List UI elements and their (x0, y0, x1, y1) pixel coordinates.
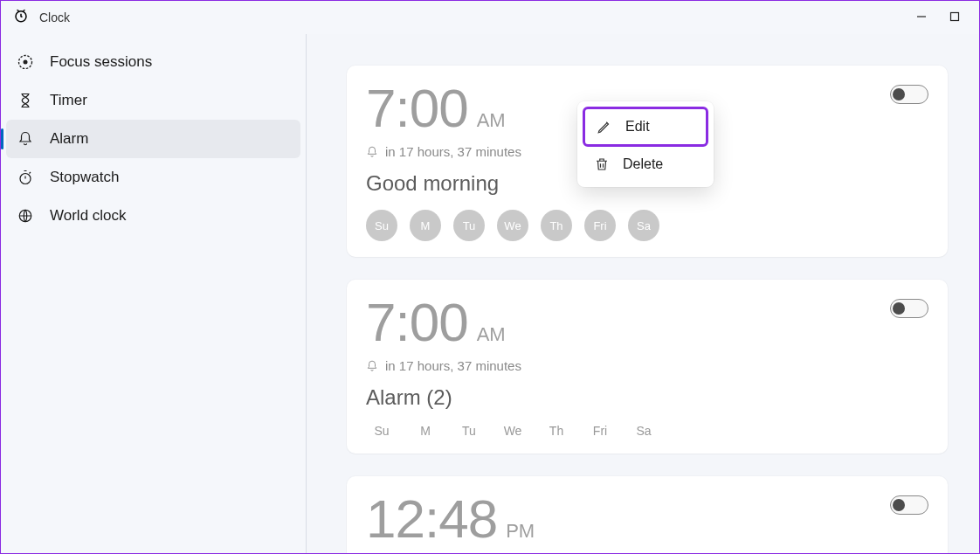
minimize-button[interactable] (916, 10, 927, 25)
day-text[interactable]: Sa (628, 424, 659, 438)
alarm-remaining-text: in 17 hours, 37 minutes (385, 358, 521, 373)
trash-icon (593, 156, 611, 173)
maximize-button[interactable] (949, 10, 960, 25)
toggle-knob (893, 302, 905, 315)
sidebar-item-stopwatch[interactable]: Stopwatch (1, 158, 306, 197)
window-controls (916, 10, 972, 25)
sidebar-item-label: Alarm (50, 130, 88, 148)
day-chip[interactable]: M (410, 210, 441, 241)
alarm-card[interactable]: 12:48 PM (347, 476, 948, 553)
sidebar-item-label: Focus sessions (50, 53, 152, 71)
toggle-knob (893, 88, 905, 100)
titlebar-title: Clock (39, 10, 70, 24)
alarm-days: Su M Tu We Th Fri Sa (366, 210, 928, 241)
alarm-ampm: AM (477, 109, 506, 132)
alarm-remaining-text: in 17 hours, 37 minutes (385, 144, 521, 159)
alarm-context-menu: Edit Delete (577, 101, 714, 187)
sidebar-item-timer[interactable]: Timer (1, 81, 306, 120)
day-text[interactable]: Su (366, 424, 397, 438)
focus-icon (17, 53, 34, 71)
alarm-ampm: PM (506, 520, 535, 543)
context-delete-label: Delete (623, 156, 663, 172)
day-chip[interactable]: Th (541, 210, 572, 241)
pencil-icon (596, 118, 613, 135)
svg-rect-2 (951, 13, 959, 21)
stopwatch-icon (17, 169, 34, 186)
hourglass-icon (17, 92, 34, 109)
bell-small-icon (366, 360, 378, 372)
sidebar-item-label: World clock (50, 207, 127, 225)
alarm-toggle[interactable] (890, 299, 928, 318)
bell-icon (17, 130, 34, 148)
context-edit[interactable]: Edit (583, 107, 708, 147)
titlebar-left: Clock (13, 8, 70, 27)
day-chip[interactable]: Fri (584, 210, 616, 241)
day-text[interactable]: Tu (453, 424, 485, 438)
alarm-label: Alarm (2) (366, 385, 928, 410)
sidebar-item-worldclock[interactable]: World clock (1, 197, 306, 235)
titlebar: Clock (1, 1, 979, 34)
toggle-knob (893, 499, 905, 511)
alarm-time-value: 7:00 (366, 295, 468, 350)
main-area: Focus sessions Timer Alarm Stopwatch (1, 34, 979, 553)
day-chip[interactable]: Tu (453, 210, 485, 241)
alarm-time: 7:00 AM (366, 295, 928, 350)
sidebar: Focus sessions Timer Alarm Stopwatch (1, 34, 307, 553)
sidebar-item-alarm[interactable]: Alarm (6, 120, 300, 158)
clock-app-icon (13, 8, 29, 27)
day-chip[interactable]: Sa (628, 210, 659, 241)
globe-icon (17, 207, 34, 225)
day-chip[interactable]: We (497, 210, 528, 241)
alarm-toggle[interactable] (890, 495, 928, 515)
day-text[interactable]: M (410, 424, 441, 438)
context-delete[interactable]: Delete (583, 147, 708, 182)
alarm-ampm: AM (477, 323, 506, 346)
alarm-card[interactable]: 7:00 AM in 17 hours, 37 minutes Alarm (2… (347, 280, 948, 454)
alarm-days: Su M Tu We Th Fri Sa (366, 424, 928, 438)
day-text[interactable]: We (497, 424, 528, 438)
alarm-remaining: in 17 hours, 37 minutes (366, 358, 928, 373)
bell-small-icon (366, 146, 378, 158)
app-window: Clock Focus sessions Timer (1, 1, 979, 553)
sidebar-item-label: Timer (50, 92, 87, 109)
alarm-toggle[interactable] (890, 85, 928, 104)
alarm-time-value: 12:48 (366, 492, 497, 546)
alarm-time: 12:48 PM (366, 492, 928, 546)
day-text[interactable]: Fri (584, 424, 616, 438)
svg-point-4 (24, 60, 28, 65)
sidebar-item-focus[interactable]: Focus sessions (1, 43, 306, 81)
day-chip[interactable]: Su (366, 210, 397, 241)
alarm-time-value: 7:00 (366, 81, 468, 135)
sidebar-item-label: Stopwatch (50, 169, 119, 186)
day-text[interactable]: Th (541, 424, 572, 438)
context-edit-label: Edit (625, 119, 650, 135)
